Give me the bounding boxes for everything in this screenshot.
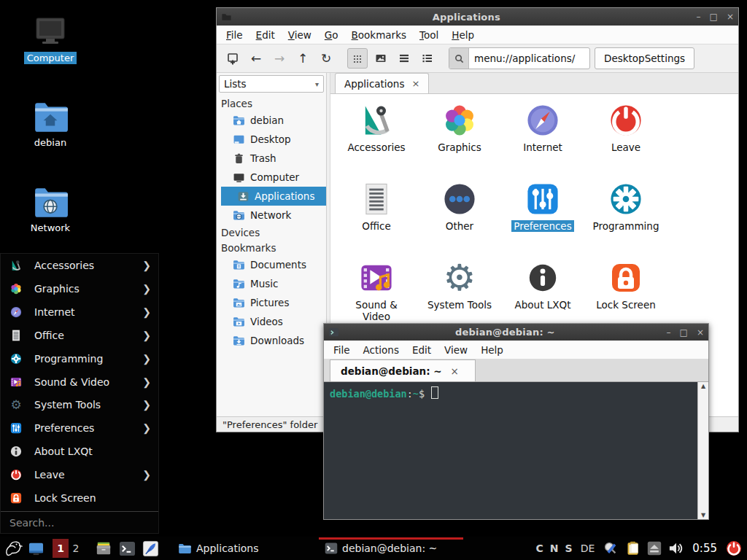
sidebar-item-trash[interactable]: Trash [217, 149, 326, 168]
sidebar-item-label: Desktop [250, 133, 291, 145]
sidebar-item-computer[interactable]: Computer [217, 168, 326, 187]
forward-button[interactable]: → [269, 48, 290, 69]
minimize-button[interactable]: – [667, 328, 671, 337]
term-menu-help[interactable]: Help [474, 344, 510, 356]
featherpad-launcher[interactable] [139, 540, 162, 557]
category-other[interactable]: Other [418, 180, 501, 259]
terminal-tab[interactable]: debian@debian: ~ × [330, 359, 476, 381]
sidebar-item-applications[interactable]: Applications [221, 187, 326, 206]
scroll-down-icon[interactable]: ▼ [701, 512, 705, 518]
term-menu-actions[interactable]: Actions [357, 344, 406, 356]
menu-item-sound-video[interactable]: Sound & Video ❯ [1, 370, 158, 394]
term-menu-edit[interactable]: Edit [406, 344, 438, 356]
category-office[interactable]: Office [335, 180, 418, 259]
submenu-chevron-icon: ❯ [142, 353, 151, 365]
fm-menu-help[interactable]: Help [445, 29, 481, 41]
maximize-button[interactable]: □ [710, 12, 718, 21]
pager-desktop-1[interactable]: 1 [53, 539, 69, 558]
maximize-button[interactable]: □ [680, 328, 688, 337]
fm-titlebar[interactable]: Applications – □ × [217, 8, 738, 26]
sidebar-item-videos[interactable]: Videos [217, 312, 326, 331]
sidebar-item-desktop[interactable]: Desktop [217, 130, 326, 149]
up-button[interactable]: ↑ [293, 48, 313, 69]
category-programming[interactable]: Programming [584, 180, 667, 259]
terminal-output[interactable]: debian@debian:~$ [324, 382, 697, 519]
icon-view-button[interactable] [347, 48, 368, 69]
sidebar-item-documents[interactable]: Documents [217, 255, 326, 274]
sidebar-item-pictures[interactable]: Pictures [217, 293, 326, 312]
fm-menu-bookmarks[interactable]: Bookmarks [345, 29, 413, 41]
music-folder-icon [233, 278, 245, 290]
sidebar-item-network[interactable]: Network [217, 206, 326, 225]
desktop-icon-computer[interactable]: Computer [7, 15, 94, 64]
term-menu-view[interactable]: View [438, 344, 474, 356]
detailed-list-view-button[interactable] [394, 48, 414, 69]
menu-item-lock-screen[interactable]: Lock Screen [1, 486, 158, 510]
fm-tab-applications[interactable]: Applications × [335, 73, 429, 93]
sidebar-header-places: Places [217, 96, 326, 111]
start-menu-button[interactable] [0, 539, 25, 559]
clock[interactable]: 0:55 [692, 542, 717, 555]
leave-icon [607, 101, 645, 139]
submenu-chevron-icon: ❯ [142, 399, 151, 411]
scroll-up-icon[interactable]: ▲ [701, 383, 705, 389]
address-bar[interactable]: menu://applications/ [449, 47, 590, 69]
category-leave[interactable]: Leave [584, 101, 667, 180]
menu-item-graphics[interactable]: Graphics ❯ [1, 277, 158, 300]
search-input[interactable]: Search... [1, 511, 158, 533]
refresh-button[interactable]: ↻ [316, 48, 336, 69]
menu-item-accessories[interactable]: Accessories ❯ [1, 254, 158, 277]
menu-item-office[interactable]: Office ❯ [1, 324, 158, 347]
sidebar-mode-select[interactable]: Lists ▾ [219, 75, 324, 93]
show-desktop-button[interactable] [25, 541, 47, 556]
terminal-scrollbar[interactable]: ▲ ▼ [697, 382, 708, 519]
fm-menu-edit[interactable]: Edit [249, 29, 282, 41]
fm-menu-tool[interactable]: Tool [413, 29, 445, 41]
keyboard-layout-indicator[interactable]: DE [581, 542, 595, 554]
sidebar-item-music[interactable]: Music [217, 274, 326, 293]
category-accessories[interactable]: Accessories [335, 101, 418, 180]
tab-close-icon[interactable]: × [411, 78, 419, 89]
sidebar-item-debian[interactable]: debian [217, 111, 326, 130]
terminal-titlebar[interactable]: debian@debian: ~ – □ × [324, 324, 708, 341]
thumbnail-view-button[interactable] [371, 48, 391, 69]
volume-tray-icon[interactable] [668, 541, 684, 556]
menu-item-system-tools[interactable]: ⚙ System Tools ❯ [1, 394, 158, 417]
task-button-applications[interactable]: Applications [172, 537, 311, 560]
menu-item-internet[interactable]: Internet ❯ [1, 300, 158, 324]
sound-video-icon [357, 259, 395, 297]
new-tab-button[interactable] [222, 48, 243, 69]
fm-menu-view[interactable]: View [282, 29, 318, 41]
eject-tray-icon[interactable] [647, 541, 662, 556]
search-placeholder: Search... [9, 517, 54, 529]
category-graphics[interactable]: Graphics [418, 101, 501, 180]
terminal-launcher[interactable] [115, 540, 139, 557]
pager-desktop-2[interactable]: 2 [69, 539, 83, 558]
desktop-icon-debian[interactable]: debian [7, 101, 94, 149]
term-menu-file[interactable]: File [327, 344, 357, 356]
menu-item-programming[interactable]: Programming ❯ [1, 347, 158, 370]
desktop-icon-network[interactable]: Network [7, 186, 94, 234]
sidebar-item-downloads[interactable]: Downloads [217, 331, 326, 350]
screenshot-tray-icon[interactable] [603, 540, 619, 556]
close-button[interactable]: × [727, 12, 734, 21]
tab-close-icon[interactable]: × [451, 365, 459, 377]
close-button[interactable]: × [697, 328, 704, 337]
file-manager-launcher[interactable] [92, 540, 115, 556]
menu-item-preferences[interactable]: Preferences ❯ [1, 416, 158, 440]
minimize-button[interactable]: – [697, 12, 701, 21]
tab-label: Applications [344, 78, 404, 90]
category-internet[interactable]: Internet [501, 101, 584, 180]
compact-view-button[interactable] [417, 48, 438, 69]
menu-item-leave[interactable]: Leave ❯ [1, 463, 158, 486]
fm-menu-go[interactable]: Go [318, 29, 345, 41]
leave-power-button[interactable] [725, 540, 743, 557]
category-preferences[interactable]: Preferences [501, 180, 584, 259]
task-button-terminal[interactable]: debian@debian: ~ [319, 537, 463, 560]
back-button[interactable]: ← [246, 48, 266, 69]
clipboard-tray-icon[interactable] [625, 540, 640, 556]
fm-menu-file[interactable]: File [220, 29, 249, 41]
desktop-settings-button[interactable]: DesktopSettings [595, 47, 694, 69]
menu-item-about-lxqt[interactable]: About LXQt [1, 440, 158, 463]
sidebar-header-devices: Devices [217, 225, 326, 240]
